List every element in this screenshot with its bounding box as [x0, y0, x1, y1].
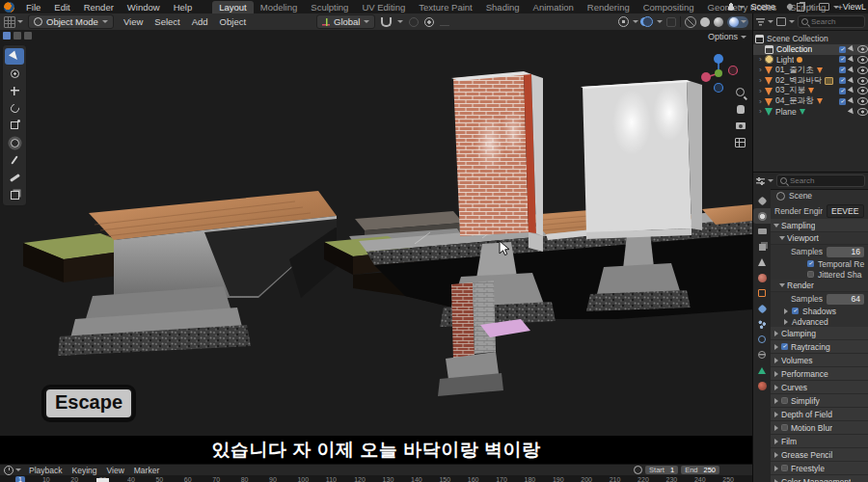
properties-tab[interactable]	[753, 239, 771, 254]
viewport-samples-field[interactable]: 16	[827, 247, 864, 257]
properties-tab[interactable]	[753, 285, 771, 301]
editor-corner-icons[interactable]	[3, 32, 32, 40]
section-viewport[interactable]: Viewport	[771, 232, 868, 245]
outliner-item[interactable]: › Light	[753, 55, 868, 66]
visibility-eye-icon[interactable]	[857, 67, 868, 74]
properties-tab[interactable]	[753, 193, 771, 208]
timeline-marker[interactable]	[96, 478, 109, 482]
properties-tab[interactable]	[753, 254, 771, 270]
visibility-eye-icon[interactable]	[857, 97, 868, 105]
properties-section[interactable]: Performance	[771, 367, 868, 381]
section-sampling[interactable]: Sampling	[771, 219, 868, 232]
selectable-icon[interactable]	[848, 45, 855, 53]
timeline-menu-item[interactable]: Marker	[129, 466, 164, 475]
viewport-tool[interactable]	[5, 100, 24, 117]
viewport-menu-item[interactable]: Select	[149, 16, 185, 27]
properties-tab[interactable]	[753, 378, 771, 393]
timeline-menu-item[interactable]: Playback	[24, 466, 68, 475]
workspace-tab[interactable]: Sculpting	[304, 1, 355, 13]
camera-view-icon[interactable]	[736, 122, 746, 129]
3d-scene-render[interactable]	[0, 30, 752, 436]
selectable-icon[interactable]	[848, 56, 855, 64]
visibility-eye-icon[interactable]	[857, 87, 868, 94]
properties-section[interactable]: Curves	[771, 381, 868, 394]
section-render[interactable]: Render	[771, 280, 868, 292]
toggle-ortho-icon[interactable]	[735, 138, 746, 147]
snap-target-icon[interactable]	[409, 17, 419, 27]
timeline-menu-item[interactable]: View	[102, 466, 129, 475]
workspace-tab[interactable]: Compositing	[637, 1, 701, 13]
viewport-menu-item[interactable]: Add	[186, 16, 214, 27]
timeline-editor-icon[interactable]	[4, 466, 14, 475]
stopwatch-icon[interactable]	[634, 466, 642, 474]
viewport-tool[interactable]	[5, 152, 24, 169]
show-overlays-icon[interactable]	[642, 16, 653, 27]
exclude-checkbox[interactable]	[839, 56, 846, 63]
outliner-search[interactable]	[798, 15, 865, 28]
viewport-tool[interactable]	[5, 170, 24, 186]
workspace-tab[interactable]: Modeling	[254, 1, 305, 13]
shading-wireframe-icon[interactable]	[685, 16, 696, 28]
menubar-item[interactable]: Render	[77, 2, 121, 13]
menubar-item[interactable]: File	[19, 2, 47, 13]
render-engine-select[interactable]: EEVEE	[827, 204, 864, 218]
section-shadows[interactable]: Shadows	[771, 306, 868, 316]
section-checkbox[interactable]	[781, 397, 788, 404]
selectable-icon[interactable]	[848, 97, 855, 105]
properties-search[interactable]	[776, 174, 865, 187]
viewport-tool[interactable]	[5, 48, 24, 65]
properties-section[interactable]: Grease Pencil	[771, 448, 868, 462]
scene-browse-icon[interactable]	[727, 3, 735, 11]
outliner-item[interactable]: › 04_문과창	[753, 96, 868, 107]
exclude-checkbox[interactable]	[839, 67, 846, 73]
editor-type-icon[interactable]	[4, 16, 15, 28]
exclude-checkbox[interactable]	[839, 77, 846, 84]
workspace-tab[interactable]: Texture Paint	[412, 1, 478, 13]
new-scene-icon[interactable]	[797, 3, 804, 12]
properties-search-input[interactable]	[790, 176, 861, 185]
exclude-checkbox[interactable]	[839, 46, 846, 53]
properties-section[interactable]: Freestyle	[771, 462, 868, 475]
snap-magnet-icon[interactable]	[381, 17, 392, 27]
properties-tab[interactable]	[753, 316, 771, 332]
transform-orientation-selector[interactable]: Global	[316, 14, 375, 29]
properties-tab[interactable]	[753, 270, 771, 285]
falloff-curve-icon[interactable]	[440, 18, 449, 26]
menubar-item[interactable]: Help	[167, 2, 200, 13]
end-frame-field[interactable]: End 250	[681, 466, 719, 474]
render-samples-field[interactable]: 64	[827, 294, 864, 305]
scene-name[interactable]: Scene	[748, 2, 783, 12]
section-checkbox[interactable]	[781, 465, 788, 471]
options-button[interactable]: Options	[708, 32, 746, 41]
toggle-xray-icon[interactable]	[666, 17, 676, 27]
properties-section[interactable]: Volumes	[771, 354, 868, 367]
viewport-tool[interactable]	[5, 118, 24, 134]
viewport-tool[interactable]	[5, 135, 24, 151]
3d-viewport[interactable]: Options Escape	[0, 30, 752, 436]
selectable-icon[interactable]	[848, 76, 855, 84]
section-advanced[interactable]: Advanced	[771, 316, 868, 327]
viewlayer-browse-icon[interactable]	[819, 3, 829, 11]
outliner-item[interactable]: › 02_벽과바닥	[753, 75, 868, 86]
zoom-icon[interactable]	[736, 88, 745, 96]
shading-rendered-active[interactable]	[727, 16, 748, 28]
exclude-checkbox[interactable]	[839, 98, 846, 105]
selectable-icon[interactable]	[848, 108, 855, 116]
menubar-item[interactable]: Edit	[47, 2, 76, 13]
visibility-eye-icon[interactable]	[857, 56, 868, 64]
section-checkbox[interactable]	[781, 343, 788, 350]
viewlayer-name[interactable]: ViewL	[843, 2, 866, 12]
proportional-editing-icon[interactable]	[424, 17, 434, 27]
outliner-display-mode-icon[interactable]	[776, 17, 786, 26]
outliner-item[interactable]: › 03_지붕	[753, 86, 868, 96]
selectable-icon[interactable]	[848, 87, 855, 94]
properties-section[interactable]: Film	[771, 435, 868, 448]
outliner-item[interactable]: › 01_줄기초	[753, 65, 868, 75]
mode-selector[interactable]: Object Mode	[28, 14, 114, 29]
workspace-tab[interactable]: Shading	[479, 1, 527, 13]
menubar-item[interactable]: Window	[121, 2, 167, 13]
temporal-reprojection-checkbox[interactable]	[807, 260, 814, 267]
shading-solid-icon[interactable]	[700, 17, 710, 27]
properties-section[interactable]: Raytracing	[771, 340, 868, 354]
properties-section[interactable]: Depth of Field	[771, 408, 868, 421]
